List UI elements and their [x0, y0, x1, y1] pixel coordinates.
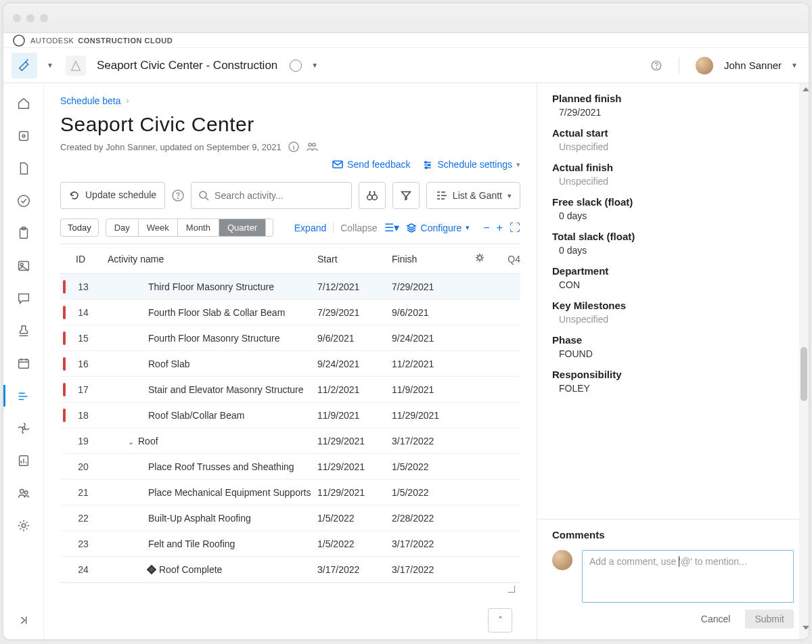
col-id[interactable]: ID: [60, 254, 101, 264]
table-row[interactable]: 14Fourth Floor Slab & Collar Beam7/29/20…: [60, 300, 520, 325]
table-row[interactable]: 20Place Roof Trusses and Sheathing11/29/…: [60, 454, 520, 480]
nav-photos[interactable]: [16, 258, 32, 274]
svg-point-25: [200, 191, 206, 198]
table-row[interactable]: 18Roof Slab/Collar Beam11/9/202111/29/20…: [60, 402, 520, 428]
table-row[interactable]: 17Stair and Elevator Masonry Structure11…: [60, 377, 520, 402]
outer-scrollbar[interactable]: [800, 85, 809, 632]
col-name[interactable]: Activity name: [101, 254, 317, 264]
nav-comments[interactable]: [16, 290, 32, 306]
nav-fan[interactable]: [16, 420, 32, 436]
field-key-milestones: Key MilestonesUnspecified: [552, 300, 794, 325]
nav-forms[interactable]: [16, 225, 32, 242]
project-icon[interactable]: [66, 55, 86, 76]
zoom-in-icon[interactable]: +: [497, 222, 503, 234]
text-cursor: [679, 556, 679, 567]
field-actual-start: Actual startUnspecified: [552, 127, 794, 152]
table-row[interactable]: 19⌄Roof11/29/20213/17/2022: [60, 428, 520, 454]
binoculars-button[interactable]: [359, 182, 386, 209]
nav-settings[interactable]: [16, 518, 32, 534]
configure-button[interactable]: Configure ▾: [406, 223, 470, 233]
window-titlebar: [3, 3, 809, 33]
range-year[interactable]: Year: [266, 219, 273, 236]
range-month[interactable]: Month: [178, 219, 219, 236]
col-finish[interactable]: Finish: [392, 254, 466, 264]
scroll-top-button[interactable]: ˄: [488, 608, 512, 632]
col-settings-icon[interactable]: [466, 252, 493, 265]
range-segment: DayWeekMonthQuarterYear: [106, 218, 274, 237]
indent-icon[interactable]: ☰▾: [384, 221, 399, 234]
svg-point-22: [426, 167, 427, 168]
collapse-link[interactable]: Collapse: [340, 223, 377, 233]
h-scrollbar[interactable]: [60, 582, 520, 593]
globe-icon[interactable]: [290, 60, 302, 72]
filter-button[interactable]: [392, 182, 420, 209]
expand-link[interactable]: Expand: [294, 223, 326, 233]
nav-stamp[interactable]: [16, 323, 32, 339]
user-name[interactable]: John Sanner: [724, 60, 782, 71]
table-row[interactable]: 21Place Mechanical Equipment Supports11/…: [60, 480, 520, 505]
activity-table: ID Activity name Start Finish Q4 13Third…: [60, 244, 520, 639]
range-week[interactable]: Week: [139, 219, 178, 236]
window-max[interactable]: [40, 14, 48, 22]
range-quarter[interactable]: Quarter: [219, 219, 266, 236]
tool-icon[interactable]: [12, 53, 37, 78]
nav-approvals[interactable]: [16, 193, 32, 209]
update-schedule-button[interactable]: Update schedule: [60, 182, 165, 209]
window-min[interactable]: [26, 14, 35, 22]
svg-point-11: [22, 427, 25, 430]
today-button[interactable]: Today: [60, 218, 99, 237]
chevron-down-icon: ▾: [466, 223, 470, 232]
table-row[interactable]: 16Roof Slab9/24/202111/2/2021: [60, 351, 520, 377]
help-icon[interactable]: [650, 60, 662, 72]
schedule-settings[interactable]: Schedule settings ▾: [422, 159, 520, 170]
table-row[interactable]: 24Roof Complete3/17/20223/17/2022: [60, 557, 520, 582]
project-name[interactable]: Seaport Civic Center - Construction: [97, 59, 277, 72]
field-total-slack-float-: Total slack (float)0 days: [552, 231, 794, 256]
nav-members[interactable]: [16, 485, 32, 501]
table-row[interactable]: 22Built-Up Asphalt Roofing1/5/20222/28/2…: [60, 505, 520, 531]
window-close[interactable]: [13, 14, 21, 22]
table-header: ID Activity name Start Finish Q4: [60, 244, 520, 274]
svg-point-27: [372, 195, 377, 200]
nav-report[interactable]: [16, 453, 32, 469]
help-sm-icon[interactable]: [172, 189, 184, 202]
table-row[interactable]: 15Fourth Floor Masonry Structure9/6/2021…: [60, 325, 520, 351]
nav-files[interactable]: [16, 160, 32, 177]
members-icon[interactable]: [306, 141, 318, 152]
svg-point-4: [22, 135, 25, 137]
svg-point-14: [24, 491, 28, 495]
svg-point-18: [312, 143, 315, 146]
svg-point-21: [428, 164, 430, 166]
comment-cancel[interactable]: Cancel: [696, 610, 736, 628]
nav-sheets[interactable]: [16, 128, 32, 144]
project-caret-icon[interactable]: ▼: [311, 62, 318, 69]
fullscreen-icon[interactable]: ⛶: [510, 222, 520, 234]
info-icon[interactable]: [288, 141, 299, 152]
nav-schedule[interactable]: [16, 388, 32, 404]
search-icon: [198, 190, 209, 201]
nav-calendar[interactable]: [16, 355, 32, 371]
tool-caret-icon[interactable]: ▼: [47, 62, 53, 69]
search-input[interactable]: [191, 182, 352, 209]
app-header: ▼ Seaport Civic Center - Construction ▼ …: [3, 48, 809, 83]
user-avatar[interactable]: [696, 57, 713, 74]
user-caret-icon[interactable]: ▼: [791, 62, 798, 69]
breadcrumb[interactable]: Schedule beta ›: [60, 95, 520, 106]
field-actual-finish: Actual finishUnspecified: [552, 162, 794, 187]
refresh-icon: [69, 190, 80, 201]
chevron-down-icon: ▾: [508, 191, 512, 200]
comment-submit[interactable]: Submit: [745, 610, 794, 628]
nav-collapse[interactable]: [16, 612, 32, 628]
view-mode-button[interactable]: List & Gantt ▾: [426, 182, 520, 209]
send-feedback[interactable]: Send feedback: [332, 159, 410, 170]
zoom-out-icon[interactable]: −: [483, 222, 489, 234]
comment-input[interactable]: Add a comment, use '@' to mention...: [582, 550, 794, 603]
table-row[interactable]: 13Third Floor Masonry Structure7/12/2021…: [60, 274, 520, 300]
page-title: Seaport Civic Center: [60, 113, 520, 136]
nav-home[interactable]: [16, 95, 32, 112]
range-day[interactable]: Day: [106, 219, 139, 236]
svg-point-17: [308, 143, 311, 146]
layers-icon: [406, 223, 417, 233]
col-start[interactable]: Start: [317, 254, 392, 264]
table-row[interactable]: 23Felt and Tile Roofing1/5/20223/17/2022: [60, 531, 520, 557]
